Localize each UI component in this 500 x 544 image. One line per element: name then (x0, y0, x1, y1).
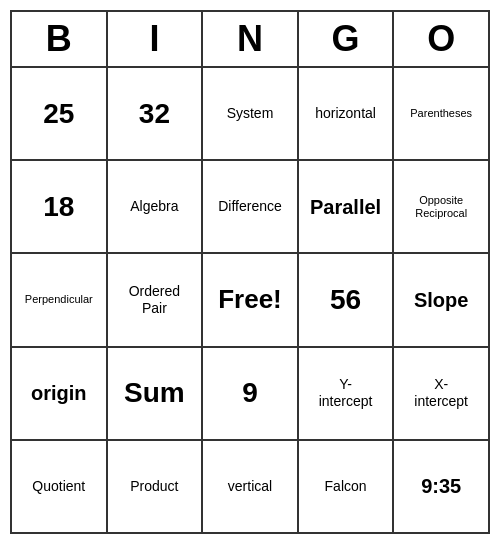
bingo-cell: System (203, 68, 299, 159)
bingo-row: 2532SystemhorizontalParentheses (12, 68, 488, 161)
bingo-cell: Algebra (108, 161, 204, 252)
header-letter: G (299, 12, 395, 66)
bingo-cell: Falcon (299, 441, 395, 532)
bingo-row: QuotientProductverticalFalcon9:35 (12, 441, 488, 532)
bingo-cell: Perpendicular (12, 254, 108, 345)
header-letter: O (394, 12, 488, 66)
bingo-header: BINGO (12, 12, 488, 68)
bingo-cell: 9 (203, 348, 299, 439)
bingo-cell: horizontal (299, 68, 395, 159)
bingo-cell: Quotient (12, 441, 108, 532)
bingo-card: BINGO 2532SystemhorizontalParentheses18A… (10, 10, 490, 534)
bingo-cell: vertical (203, 441, 299, 532)
bingo-row: PerpendicularOrderedPairFree!56Slope (12, 254, 488, 347)
bingo-cell: OppositeReciprocal (394, 161, 488, 252)
bingo-cell: X-intercept (394, 348, 488, 439)
bingo-cell: 56 (299, 254, 395, 345)
bingo-cell: Free! (203, 254, 299, 345)
bingo-cell: Product (108, 441, 204, 532)
bingo-cell: Parentheses (394, 68, 488, 159)
bingo-body: 2532SystemhorizontalParentheses18Algebra… (12, 68, 488, 532)
bingo-cell: Slope (394, 254, 488, 345)
header-letter: B (12, 12, 108, 66)
bingo-cell: 25 (12, 68, 108, 159)
bingo-cell: origin (12, 348, 108, 439)
header-letter: I (108, 12, 204, 66)
bingo-cell: 9:35 (394, 441, 488, 532)
bingo-cell: Y-intercept (299, 348, 395, 439)
bingo-cell: 32 (108, 68, 204, 159)
bingo-cell: Parallel (299, 161, 395, 252)
header-letter: N (203, 12, 299, 66)
bingo-cell: 18 (12, 161, 108, 252)
bingo-cell: Sum (108, 348, 204, 439)
bingo-cell: OrderedPair (108, 254, 204, 345)
bingo-row: 18AlgebraDifferenceParallelOppositeRecip… (12, 161, 488, 254)
bingo-row: originSum9Y-interceptX-intercept (12, 348, 488, 441)
bingo-cell: Difference (203, 161, 299, 252)
